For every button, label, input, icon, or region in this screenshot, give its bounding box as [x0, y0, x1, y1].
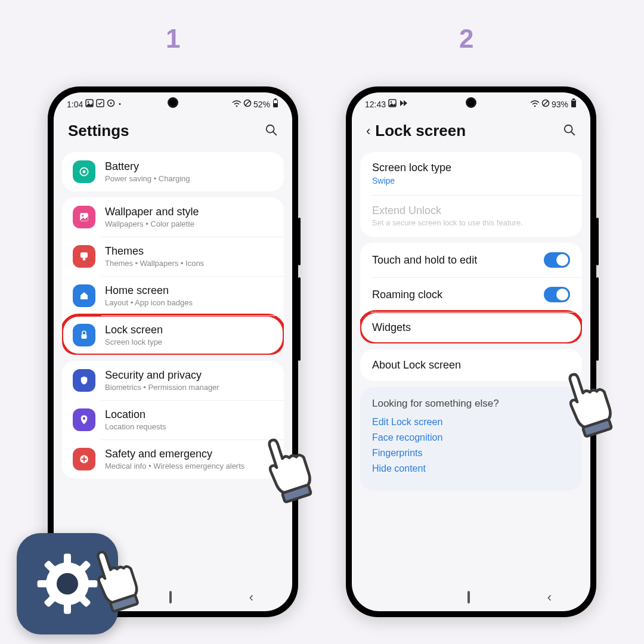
row-title: Wallpaper and style [105, 206, 273, 218]
row-title: Extend Unlock [372, 205, 570, 217]
safety-icon [73, 448, 95, 470]
row-subtitle: Power saving • Charging [105, 174, 273, 183]
link-fingerprints[interactable]: Fingerprints [372, 448, 570, 459]
touch-hold-toggle[interactable] [544, 252, 570, 268]
block-icon [541, 99, 550, 109]
row-title: Screen lock type [372, 162, 570, 174]
nav-back[interactable]: ‹ [249, 590, 253, 605]
step-number-2: 2 [459, 24, 473, 54]
svg-point-43 [57, 573, 78, 595]
nav-home[interactable] [467, 592, 470, 603]
battery-icon [570, 98, 577, 110]
settings-row-location[interactable]: Location Location requests [62, 400, 284, 439]
phone-frame-2: 12:43 93% [346, 86, 596, 617]
dot-icon: • [117, 101, 121, 107]
row-subtitle: Location requests [105, 422, 273, 431]
front-camera [168, 97, 178, 108]
themes-icon [73, 245, 95, 268]
svg-rect-18 [83, 258, 86, 261]
navigation-bar: ‹ [352, 584, 590, 611]
svg-rect-36 [64, 602, 71, 614]
status-time: 12:43 [365, 100, 386, 109]
settings-row-battery[interactable]: Battery Power saving • Charging [62, 152, 284, 191]
extend-unlock-row: Extend Unlock Set a secure screen lock t… [360, 195, 582, 237]
svg-point-25 [391, 101, 392, 103]
status-time: 1:04 [67, 100, 83, 109]
search-button[interactable] [563, 123, 576, 139]
svg-line-33 [571, 131, 575, 135]
svg-rect-30 [572, 98, 575, 100]
settings-row-wallpaper[interactable]: Wallpaper and style Wallpapers • Color p… [62, 197, 284, 237]
row-title: Security and privacy [105, 369, 273, 382]
svg-point-26 [534, 105, 536, 107]
battery-percent: 52% [253, 100, 270, 109]
svg-rect-10 [274, 100, 277, 103]
back-button[interactable]: ‹ [366, 123, 370, 139]
svg-rect-31 [572, 100, 575, 101]
lock-type-group: Screen lock type Swipe Extend Unlock Set… [360, 152, 582, 237]
target-icon [107, 99, 115, 109]
svg-line-28 [543, 101, 548, 106]
row-title: Themes [105, 245, 273, 258]
svg-rect-37 [38, 580, 49, 587]
play-icon [399, 99, 407, 109]
settings-group-battery: Battery Power saving • Charging [62, 152, 284, 191]
roaming-clock-row[interactable]: Roaming clock [360, 277, 582, 312]
screen-lock-type-row[interactable]: Screen lock type Swipe [360, 152, 582, 195]
lock-screen-header: ‹ Lock screen [352, 112, 590, 146]
row-title: Home screen [105, 284, 273, 297]
row-value: Swipe [372, 176, 570, 185]
roaming-clock-toggle[interactable] [544, 287, 570, 302]
settings-group-appearance: Wallpaper and style Wallpapers • Color p… [62, 197, 284, 355]
shield-icon [73, 369, 95, 392]
row-subtitle: Set a secure screen lock to use this fea… [372, 218, 570, 227]
row-subtitle: Biometrics • Permission manager [105, 383, 273, 392]
wifi-icon [232, 100, 242, 109]
link-hide-content[interactable]: Hide content [372, 463, 570, 474]
settings-row-themes[interactable]: Themes Themes • Wallpapers • Icons [62, 237, 284, 276]
settings-row-security[interactable]: Security and privacy Biometrics • Permis… [62, 361, 284, 400]
svg-point-1 [88, 101, 89, 103]
wallpaper-icon [73, 206, 95, 228]
row-subtitle: Themes • Wallpapers • Icons [105, 259, 273, 268]
phone-screen-2: 12:43 93% [352, 92, 590, 611]
row-title: Widgets [372, 321, 570, 334]
lock-options-group: Touch and hold to edit Roaming clock Wid… [360, 243, 582, 343]
svg-point-5 [236, 105, 238, 107]
settings-row-home-screen[interactable]: Home screen Layout • App icon badges [62, 276, 284, 315]
settings-row-lock-screen[interactable]: Lock screen Screen lock type [62, 315, 284, 355]
row-title: About Lock screen [372, 359, 570, 371]
touch-hold-row[interactable]: Touch and hold to edit [360, 243, 582, 277]
link-face-recognition[interactable]: Face recognition [372, 432, 570, 443]
svg-line-7 [245, 101, 250, 106]
block-icon [243, 99, 252, 109]
row-title: Location [105, 408, 273, 421]
svg-rect-19 [82, 335, 87, 339]
row-title: Battery [105, 160, 273, 173]
settings-header: Settings [54, 112, 292, 146]
battery-percent: 93% [552, 100, 568, 109]
svg-point-4 [110, 103, 112, 104]
svg-point-16 [82, 215, 83, 216]
lock-icon [73, 324, 95, 346]
row-subtitle: Wallpapers • Color palette [105, 219, 273, 228]
front-camera [466, 97, 476, 108]
row-subtitle: Screen lock type [105, 338, 273, 346]
nav-back[interactable]: ‹ [547, 590, 552, 605]
location-icon [73, 408, 95, 431]
page-title: Settings [68, 122, 129, 140]
step-number-1: 1 [166, 24, 180, 54]
image-icon [85, 99, 94, 109]
link-edit-lock-screen[interactable]: Edit Lock screen [372, 417, 570, 428]
svg-point-20 [83, 417, 86, 420]
widgets-row[interactable]: Widgets [360, 312, 582, 343]
svg-point-14 [83, 171, 86, 174]
svg-rect-23 [82, 459, 87, 460]
wifi-icon [530, 100, 540, 109]
svg-rect-17 [80, 252, 88, 258]
search-button[interactable] [265, 123, 278, 139]
check-icon [96, 99, 104, 109]
row-title: Touch and hold to edit [372, 254, 534, 267]
image-icon [388, 99, 397, 109]
suggestions-heading: Looking for something else? [372, 398, 570, 410]
